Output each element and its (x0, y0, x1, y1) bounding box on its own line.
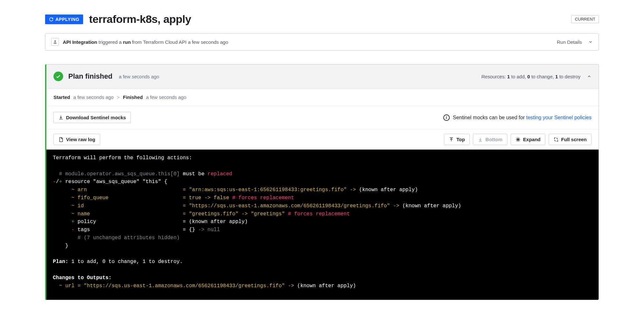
avatar (51, 38, 59, 46)
bottom-button[interactable]: Bottom (473, 134, 507, 145)
page-header: APPLYING terraform-k8s, apply CURRENT (45, 13, 599, 25)
log-toolbar: View raw log Top Bottom Expand Full scre… (46, 129, 599, 150)
sync-icon (49, 17, 53, 22)
run-details-toggle[interactable]: Run Details (557, 39, 593, 45)
page-title: terraform-k8s, apply (89, 13, 191, 25)
sentinel-policies-link[interactable]: testing your Sentinel policies (526, 115, 591, 120)
expand-button[interactable]: Expand (511, 134, 545, 145)
chevron-up-icon (587, 74, 591, 79)
sentinel-mocks-row: Download Sentinel mocks i Sentinel mocks… (46, 106, 599, 129)
check-icon (55, 73, 61, 79)
arrow-up-icon (449, 137, 454, 142)
plan-title: Plan finished (68, 72, 112, 81)
plan-summary: Resources: 1 to add, 0 to change, 1 to d… (481, 74, 591, 79)
user-icon (53, 40, 57, 44)
svg-point-0 (54, 40, 56, 42)
plan-header[interactable]: Plan finished a few seconds ago Resource… (46, 64, 599, 89)
expand-icon (515, 137, 521, 142)
chevron-down-icon (588, 40, 593, 44)
view-raw-log-button[interactable]: View raw log (53, 134, 100, 145)
top-button[interactable]: Top (444, 134, 470, 145)
status-icon (53, 72, 63, 81)
current-badge: CURRENT (571, 15, 599, 23)
run-info-bar: API Integration triggered a run from Ter… (45, 33, 599, 51)
plan-subtitle: a few seconds ago (119, 74, 159, 79)
arrow-down-icon (478, 137, 483, 142)
timing-row: Started a few seconds ago > Finished a f… (46, 89, 599, 106)
terminal-output[interactable]: Terraform will perform the following act… (46, 150, 599, 300)
download-mocks-button[interactable]: Download Sentinel mocks (53, 112, 131, 123)
file-icon (58, 137, 63, 142)
info-icon: i (443, 114, 450, 121)
run-details-label: Run Details (557, 39, 582, 45)
run-info-text: API Integration triggered a run from Ter… (63, 39, 228, 45)
fullscreen-button[interactable]: Full screen (549, 134, 591, 145)
applying-label: APPLYING (55, 17, 79, 22)
applying-badge: APPLYING (45, 15, 83, 24)
mocks-note: i Sentinel mocks can be used for testing… (443, 114, 591, 121)
plan-card: Plan finished a few seconds ago Resource… (45, 64, 599, 300)
download-icon (58, 115, 63, 120)
fullscreen-icon (553, 137, 559, 142)
